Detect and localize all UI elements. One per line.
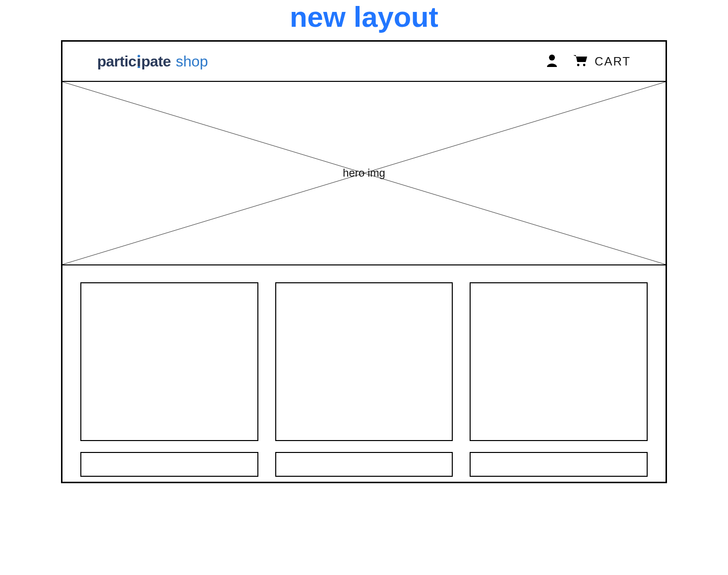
svg-point-4 (577, 64, 580, 66)
header-bar: particpate shop CART (62, 42, 666, 82)
cart-button[interactable]: CART (573, 54, 631, 69)
svg-point-3 (549, 55, 555, 61)
header-actions: CART (546, 54, 631, 69)
cart-icon (573, 54, 588, 69)
wireframe-frame: particpate shop CART (61, 40, 667, 483)
user-icon[interactable] (546, 54, 558, 69)
hero-image-placeholder: hero img (62, 82, 666, 265)
grid-item (80, 282, 258, 441)
grid-item-label (80, 452, 258, 477)
logo-text-sub: shop (176, 53, 208, 70)
grid-item (470, 282, 648, 441)
page-title: new layout (5, 0, 723, 40)
logo-text-main: particpate (97, 53, 171, 70)
hero-placeholder-label: hero img (343, 167, 385, 180)
site-logo[interactable]: particpate shop (97, 53, 208, 70)
cart-label: CART (595, 55, 631, 68)
grid-item-label (470, 452, 648, 477)
grid-item-label (275, 452, 453, 477)
grid-row-large (80, 282, 648, 441)
content-grid (62, 265, 666, 482)
grid-row-small (80, 452, 648, 477)
svg-point-0 (137, 55, 140, 57)
svg-point-5 (583, 64, 586, 66)
svg-rect-1 (137, 59, 140, 66)
grid-item (275, 282, 453, 441)
